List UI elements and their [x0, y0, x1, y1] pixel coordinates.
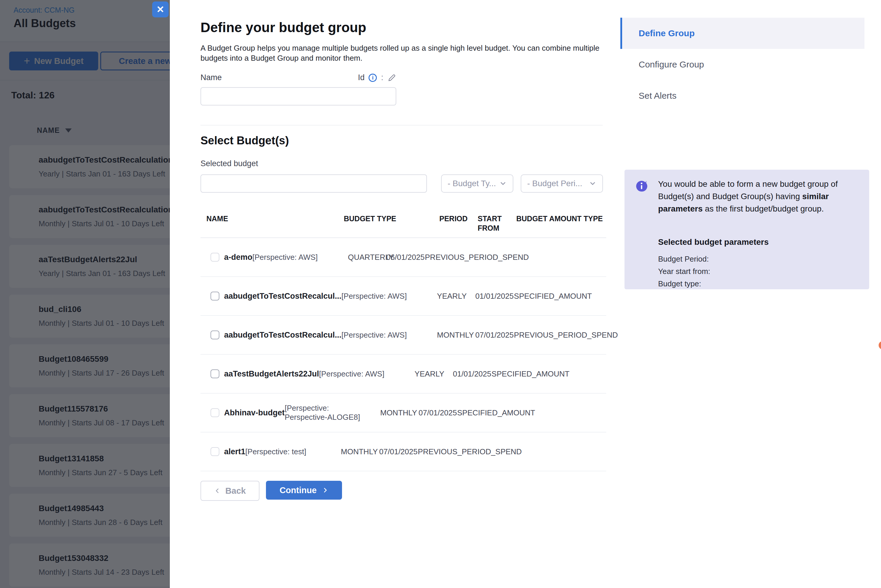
section-divider: [200, 125, 603, 126]
wizard-steps: Define Group Configure Group Set Alerts: [620, 18, 864, 111]
row-name-cell: aabudgetToTestCostRecalcul...: [200, 292, 341, 301]
budget-parameter-label: Year start from:: [658, 265, 710, 278]
row-start-from: 01/01/2025: [475, 292, 514, 301]
name-field-row: Name Id i :: [200, 73, 396, 82]
row-start-from: 07/01/2025: [475, 330, 514, 340]
wizard-step-label: Set Alerts: [639, 91, 677, 101]
row-name-cell: aabudgetToTestCostRecalcul...: [200, 330, 341, 340]
row-name-cell: Abhinav-budget: [200, 408, 284, 417]
budget-type-filter[interactable]: - Budget Ty...: [441, 174, 513, 193]
budget-search-input[interactable]: [200, 174, 427, 193]
row-budget-name: aaTestBudgetAlerts22Jul: [224, 369, 319, 378]
row-budget-name: aabudgetToTestCostRecalcul...: [224, 292, 341, 301]
row-checkbox[interactable]: [210, 369, 219, 378]
row-period: MONTHLY: [437, 330, 475, 340]
budget-period-filter-value: - Budget Peri...: [527, 179, 582, 188]
row-checkbox[interactable]: [210, 253, 219, 262]
table-row[interactable]: aaTestBudgetAlerts22Jul [Perspective: AW…: [200, 355, 606, 394]
header-name: NAME: [200, 214, 344, 233]
row-start-from: 06/01/2025: [386, 253, 425, 262]
row-amount-type: PREVIOUS_PERIOD_SPEND: [425, 253, 515, 262]
row-budget-name: aabudgetToTestCostRecalcul...: [224, 330, 341, 340]
row-budget-name: a-demo: [224, 253, 253, 262]
row-budget-type: [Perspective: AWS]: [253, 253, 348, 262]
selected-budget-parameters-heading: Selected budget parameters: [658, 237, 769, 247]
row-amount-type: SPECIFIED_AMOUNT: [514, 292, 604, 301]
id-group: Id i :: [358, 73, 396, 82]
selected-budget-parameters-list: Budget Period: Year start from: Budget t…: [658, 253, 710, 290]
back-label: Back: [225, 486, 246, 496]
continue-label: Continue: [280, 486, 317, 495]
budget-type-filter-value: - Budget Ty...: [448, 179, 496, 188]
budget-parameter-label: Budget type:: [658, 278, 710, 290]
id-info-icon[interactable]: i: [368, 74, 377, 82]
row-checkbox[interactable]: [210, 408, 219, 417]
wizard-step[interactable]: Define Group: [620, 18, 864, 49]
modal-title: Define your budget group: [200, 20, 366, 35]
group-name-input[interactable]: [200, 87, 396, 105]
row-period: MONTHLY: [341, 447, 379, 456]
row-budget-name: alert1: [224, 447, 245, 456]
row-start-from: 07/01/2025: [418, 408, 457, 417]
row-amount-type: PREVIOUS_PERIOD_SPEND: [514, 330, 604, 340]
wizard-step[interactable]: Configure Group: [620, 49, 864, 80]
row-period: YEARLY: [415, 369, 453, 378]
name-label: Name: [200, 73, 222, 82]
table-body: a-demo [Perspective: AWS] QUARTERLY 06/0…: [200, 238, 606, 471]
close-button[interactable]: ✕: [152, 2, 168, 17]
edit-pencil-icon[interactable]: [388, 74, 396, 82]
row-period: MONTHLY: [380, 408, 418, 417]
info-glyph: i: [372, 75, 374, 81]
budget-parameter-label: Budget Period:: [658, 253, 710, 265]
row-budget-type: [Perspective: AWS]: [341, 330, 437, 340]
info-panel: You would be able to form a new budget g…: [624, 170, 869, 289]
wizard-step-label: Configure Group: [639, 60, 704, 69]
table-row[interactable]: alert1 [Perspective: test] MONTHLY 07/01…: [200, 432, 606, 471]
row-checkbox[interactable]: [210, 292, 219, 300]
row-amount-type: PREVIOUS_PERIOD_SPEND: [418, 447, 508, 456]
table-row[interactable]: a-demo [Perspective: AWS] QUARTERLY 06/0…: [200, 238, 606, 277]
row-start-from: 01/01/2025: [453, 369, 492, 378]
chevron-right-icon: [322, 487, 328, 494]
row-budget-type: [Perspective: test]: [245, 447, 341, 456]
app-root: Account: CCM-NG All Budgets + New Budget…: [0, 0, 881, 588]
chevron-left-icon: [214, 488, 221, 494]
back-button[interactable]: Back: [200, 481, 260, 501]
wizard-step[interactable]: Set Alerts: [620, 80, 864, 111]
budgets-table: NAME BUDGET TYPE PERIOD START FROM BUDGE…: [200, 214, 606, 471]
info-bubble-icon: [635, 180, 648, 193]
table-header-row: NAME BUDGET TYPE PERIOD START FROM BUDGE…: [200, 214, 606, 238]
row-name-cell: aaTestBudgetAlerts22Jul: [200, 369, 319, 378]
id-colon: :: [381, 73, 383, 82]
wizard-step-label: Define Group: [639, 28, 695, 38]
modal-backdrop[interactable]: [0, 0, 170, 588]
header-start-from: START FROM: [478, 214, 516, 233]
row-budget-type: [Perspective: AWS]: [341, 292, 437, 301]
row-checkbox[interactable]: [210, 330, 219, 339]
continue-button[interactable]: Continue: [266, 481, 342, 500]
row-budget-name: Abhinav-budget: [224, 408, 284, 417]
budget-period-filter[interactable]: - Budget Peri...: [521, 174, 603, 193]
header-period: PERIOD: [439, 214, 478, 233]
row-checkbox[interactable]: [210, 447, 219, 456]
chevron-down-icon: [589, 180, 597, 188]
row-budget-type: [Perspective: Perspective-ALOGE8]: [284, 404, 380, 422]
header-budget-amount-type: BUDGET AMOUNT TYPE: [516, 214, 606, 233]
modal-description: A Budget Group helps you manage multiple…: [200, 43, 619, 63]
select-budgets-heading: Select Budget(s): [200, 134, 289, 147]
header-budget-type: BUDGET TYPE: [344, 214, 439, 233]
row-name-cell: alert1: [200, 447, 245, 456]
info-text-after: as the first budget/budget group.: [703, 204, 824, 213]
row-start-from: 07/01/2025: [379, 447, 418, 456]
table-row[interactable]: aabudgetToTestCostRecalcul... [Perspecti…: [200, 277, 606, 316]
table-row[interactable]: aabudgetToTestCostRecalcul... [Perspecti…: [200, 316, 606, 355]
row-period: YEARLY: [437, 292, 475, 301]
id-label: Id: [358, 73, 365, 82]
row-amount-type: SPECIFIED_AMOUNT: [492, 369, 582, 378]
row-period: QUARTERLY: [348, 253, 386, 262]
row-name-cell: a-demo: [200, 253, 253, 262]
info-panel-text: You would be able to form a new budget g…: [658, 178, 858, 215]
table-row[interactable]: Abhinav-budget [Perspective: Perspective…: [200, 394, 606, 432]
row-budget-type: [Perspective: AWS]: [319, 369, 415, 378]
selected-budget-label: Selected budget: [200, 159, 258, 168]
